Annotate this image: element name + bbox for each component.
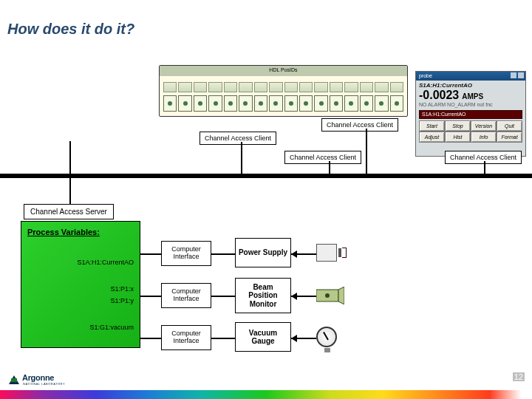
connector [484, 161, 485, 174]
connector [329, 161, 330, 174]
probe-version-button[interactable]: Version [471, 120, 497, 132]
computer-interface-3: Computer Interface [161, 325, 211, 350]
connector [211, 253, 235, 255]
power-supply-icon [316, 244, 337, 262]
footer-spectrum [0, 390, 532, 399]
probe-start-button[interactable]: Start [419, 120, 445, 132]
device-power-supply: Power Supply [235, 238, 291, 267]
client-apps-area: HDL PosIDs probe S1A:H1:CurrentAO -0.002… [0, 65, 532, 161]
probe-alarm: NO ALARM NO_ALARM not fnc [416, 102, 525, 109]
probe-buttons: Start Stop Version Quit Adjust Hist Info… [419, 120, 522, 143]
computer-interface-2: Computer Interface [161, 283, 211, 308]
probe-window: probe S1A:H1:CurrentAO -0.0023AMPS NO AL… [415, 71, 526, 157]
network-bus [0, 174, 532, 178]
probe-stop-button[interactable]: Stop [445, 120, 471, 132]
connector [366, 129, 367, 174]
gauge-icon [316, 327, 337, 347]
connector [211, 296, 235, 297]
computer-interface-1: Computer Interface [161, 241, 211, 266]
probe-format-button[interactable]: Format [497, 132, 522, 143]
process-variables-box: Process Variables: S1A:H1:CurrentAO S1:P… [21, 221, 140, 348]
arrowhead-icon [291, 293, 297, 300]
connector [211, 338, 235, 339]
svg-marker-1 [338, 287, 344, 304]
bpm-icon [316, 287, 344, 304]
server-label: Channel Access Server [24, 204, 114, 219]
medm-title: HDL PosIDs [269, 67, 297, 72]
pv-item: S1:P1:y [110, 297, 134, 304]
pv-item: S1:G1:vacuum [89, 324, 134, 331]
slide-title: How does it do it? [7, 21, 134, 38]
arrowhead-icon [291, 250, 297, 258]
probe-hist-button[interactable]: Hist [445, 132, 471, 143]
probe-adjust-button[interactable]: Adjust [419, 132, 445, 143]
arrowhead-icon [291, 335, 297, 342]
pv-item: S1A:H1:CurrentAO [77, 259, 134, 266]
argonne-logo-icon [9, 375, 19, 384]
medm-row2 [163, 95, 403, 112]
probe-quit-button[interactable]: Quit [497, 120, 522, 132]
svg-point-2 [325, 293, 330, 298]
connector [140, 253, 161, 255]
client-label-3: Channel Access Client [284, 151, 361, 164]
pv-title: Process Variables: [21, 222, 140, 239]
medm-window: HDL PosIDs [159, 65, 408, 117]
probe-info-button[interactable]: Info [471, 132, 497, 143]
probe-titlebar: probe [416, 72, 525, 81]
window-controls [511, 72, 524, 78]
argonne-logo: Argonne NATIONAL LABORATORY [9, 373, 65, 386]
client-label-2: Channel Access Client [200, 132, 276, 145]
connector [140, 296, 161, 297]
server-connector [69, 141, 71, 211]
pv-item: S1:P1:x [110, 285, 134, 293]
probe-pv-select[interactable]: S1A:H1:CurrentAO [419, 110, 522, 119]
probe-value: -0.0023AMPS [416, 89, 525, 102]
connector [140, 338, 161, 339]
medm-strip [163, 82, 403, 92]
probe-pv-name: S1A:H1:CurrentAO [416, 81, 525, 89]
device-bpm: Beam Position Monitor [235, 278, 291, 313]
device-vacuum-gauge: Vacuum Gauge [235, 322, 291, 352]
client-label-1: Channel Access Client [321, 118, 398, 132]
connector [241, 142, 242, 174]
footer: Argonne NATIONAL LABORATORY [0, 374, 532, 399]
